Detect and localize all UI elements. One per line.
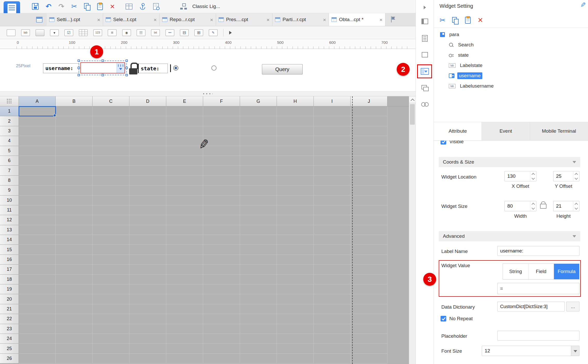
cell-F21[interactable] (203, 304, 240, 314)
template-style-icon[interactable] (180, 3, 187, 10)
cell-B2[interactable] (56, 116, 93, 126)
cell-C4[interactable] (93, 136, 129, 146)
cell-C5[interactable] (93, 146, 129, 156)
cell-F16[interactable] (203, 255, 240, 265)
cell-C21[interactable] (93, 304, 129, 314)
radio-group-widget-icon[interactable] (122, 29, 131, 36)
cell-F25[interactable] (203, 344, 240, 353)
cell-B13[interactable] (56, 225, 93, 235)
cell-I4[interactable] (314, 136, 351, 146)
password-widget-icon[interactable] (165, 29, 174, 36)
cell-I1[interactable] (314, 106, 351, 116)
cell-A26[interactable] (19, 354, 56, 363)
grid-scrollbar[interactable] (409, 96, 416, 364)
cell-F19[interactable] (203, 284, 240, 294)
cell-B14[interactable] (56, 235, 93, 245)
cell-B10[interactable] (56, 196, 93, 205)
cell-A13[interactable] (19, 225, 56, 235)
visible-checkbox[interactable] (441, 141, 446, 145)
cell-C11[interactable] (93, 205, 129, 215)
slider-widget-icon[interactable] (180, 29, 189, 36)
cell-F10[interactable] (203, 196, 240, 205)
cell-C24[interactable] (93, 334, 129, 344)
copy-icon[interactable] (84, 3, 90, 10)
row-header-13[interactable]: 13 (0, 225, 19, 235)
button-widget-icon[interactable] (36, 29, 44, 36)
cell-B18[interactable] (56, 275, 93, 284)
selection-handle[interactable] (102, 60, 104, 62)
document-tab[interactable]: Pres....cpt× (216, 13, 272, 26)
row-header-1[interactable]: 1 (0, 106, 19, 116)
cell-B26[interactable] (56, 354, 93, 363)
cell-F17[interactable] (203, 265, 240, 274)
cell-C2[interactable] (93, 116, 129, 126)
cell-A14[interactable] (19, 235, 56, 245)
cell-H13[interactable] (277, 225, 314, 235)
cell-B6[interactable] (56, 156, 93, 166)
cell-D8[interactable] (129, 176, 166, 185)
selection-handle[interactable] (126, 67, 128, 69)
cell-J6[interactable] (351, 156, 387, 166)
row-header-5[interactable]: 5 (0, 146, 19, 156)
row-header-19[interactable]: 19 (0, 284, 19, 294)
row-header-20[interactable]: 20 (0, 294, 19, 304)
cell-G14[interactable] (240, 235, 277, 245)
cell-A11[interactable] (19, 205, 56, 215)
cell-E6[interactable] (166, 156, 203, 166)
cell-B3[interactable] (56, 126, 93, 136)
chevron-down-icon[interactable] (571, 346, 579, 356)
cell-I19[interactable] (314, 284, 351, 294)
cell-I3[interactable] (314, 126, 351, 136)
cell-G19[interactable] (240, 284, 277, 294)
paste-icon[interactable] (465, 17, 471, 24)
query-button[interactable]: Query (262, 64, 303, 74)
cell-C6[interactable] (93, 156, 129, 166)
cell-J20[interactable] (351, 294, 387, 304)
cell-J26[interactable] (351, 354, 387, 363)
cell-C17[interactable] (93, 265, 129, 274)
cell-C16[interactable] (93, 255, 129, 265)
cell-F15[interactable] (203, 245, 240, 255)
cell-C12[interactable] (93, 215, 129, 225)
cell-A5[interactable] (19, 146, 56, 156)
row-header-2[interactable]: 2 (0, 116, 19, 126)
cell-C13[interactable] (93, 225, 129, 235)
cell-I9[interactable] (314, 185, 351, 195)
cell-A19[interactable] (19, 284, 56, 294)
cell-J3[interactable] (351, 126, 387, 136)
cell-H3[interactable] (277, 126, 314, 136)
tab-actions-icon[interactable] (391, 16, 396, 23)
cell-H7[interactable] (277, 166, 314, 175)
cell-D15[interactable] (129, 245, 166, 255)
column-header-G[interactable]: G (240, 96, 277, 106)
row-header-4[interactable]: 4 (0, 136, 19, 146)
spinner-down-icon[interactable] (573, 176, 579, 181)
selection-handle[interactable] (126, 60, 128, 62)
cell-F3[interactable] (203, 126, 240, 136)
cell-H17[interactable] (277, 265, 314, 274)
cell-G11[interactable] (240, 205, 277, 215)
save-icon[interactable] (32, 3, 39, 10)
coords-size-section-header[interactable]: Coords & Size (439, 157, 580, 167)
delete-icon[interactable] (110, 3, 115, 10)
cell-H10[interactable] (277, 196, 314, 205)
note-widget-icon[interactable] (209, 29, 218, 36)
undo-icon[interactable] (46, 3, 52, 10)
cell-G26[interactable] (240, 354, 277, 363)
row-header-26[interactable]: 26 (0, 354, 19, 363)
cell-D13[interactable] (129, 225, 166, 235)
delete-icon[interactable] (477, 17, 483, 24)
cell-J12[interactable] (351, 215, 387, 225)
document-tab[interactable]: Obta...cpt *× (329, 13, 385, 26)
cell-H9[interactable] (277, 185, 314, 195)
collapse-panel-icon[interactable] (424, 6, 426, 9)
cell-A2[interactable] (19, 116, 56, 126)
cell-I22[interactable] (314, 314, 351, 324)
document-tab[interactable]: Parti...r.cpt× (272, 13, 329, 26)
scroll-up-icon[interactable] (409, 96, 416, 103)
cell-H8[interactable] (277, 176, 314, 185)
cell-E1[interactable] (166, 106, 203, 116)
cell-D1[interactable] (129, 106, 166, 116)
cell-B21[interactable] (56, 304, 93, 314)
spinner-up-icon[interactable] (530, 201, 536, 206)
